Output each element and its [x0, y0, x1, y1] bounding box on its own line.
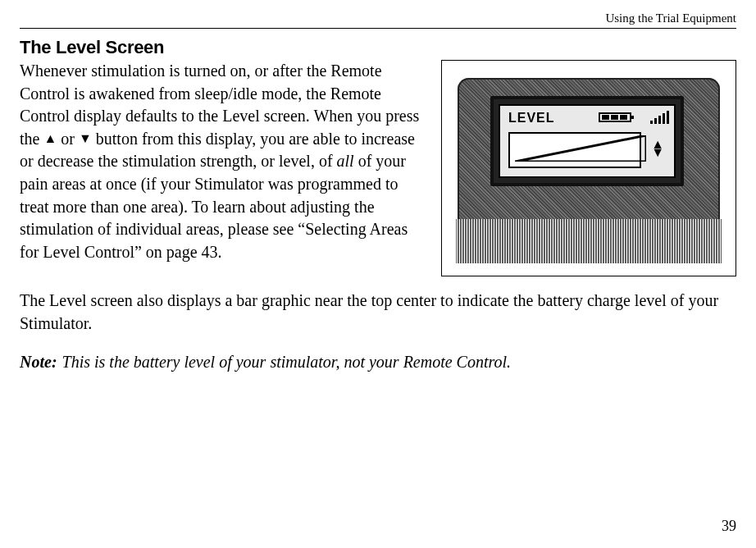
- note-label: Note:: [20, 353, 57, 372]
- device-bottom-texture: [456, 219, 722, 263]
- section-title: The Level Screen: [20, 37, 736, 58]
- up-triangle-icon: ▲: [43, 131, 57, 145]
- note-block: Note: This is the battery level of your …: [20, 353, 736, 372]
- lcd-title: LEVEL: [508, 111, 555, 126]
- device-figure: LEVEL ▲ ▼: [441, 60, 736, 276]
- paragraph-1: Whenever stimulation is turned on, or af…: [20, 60, 426, 263]
- paragraph-2: The Level screen also displays a bar gra…: [20, 290, 736, 335]
- page-number: 39: [722, 518, 736, 535]
- header-rule: [20, 28, 736, 29]
- level-ramp-icon: [515, 135, 646, 162]
- p1-text-b: or: [57, 130, 79, 148]
- svg-marker-0: [515, 135, 646, 162]
- device-lcd: LEVEL ▲ ▼: [499, 104, 676, 178]
- signal-icon: [650, 109, 669, 124]
- battery-icon: [599, 112, 631, 122]
- two-column-body: Whenever stimulation is turned on, or af…: [20, 60, 736, 276]
- p1-emph-all: all: [337, 152, 354, 170]
- device-bezel: LEVEL ▲ ▼: [490, 96, 684, 186]
- down-triangle-icon: ▼: [79, 131, 92, 145]
- note-text: This is the battery level of your stimul…: [62, 353, 512, 372]
- remote-control-illustration: LEVEL ▲ ▼: [458, 78, 720, 258]
- running-head: Using the Trial Equipment: [605, 11, 736, 25]
- up-down-arrows-icon: ▲ ▼: [651, 140, 664, 157]
- level-ramp-box: [508, 132, 641, 168]
- left-text-column: Whenever stimulation is turned on, or af…: [20, 60, 426, 263]
